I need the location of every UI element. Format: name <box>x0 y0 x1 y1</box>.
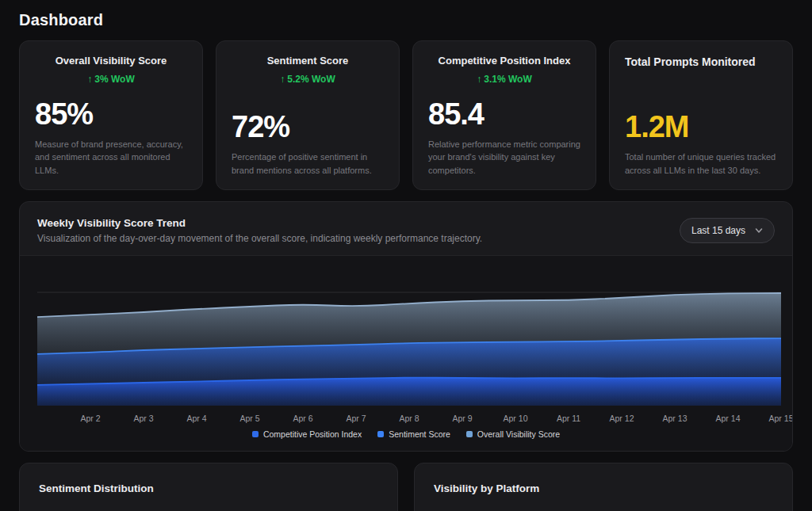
stat-value: 72% <box>232 112 384 142</box>
up-arrow-icon: ↑ <box>280 74 285 85</box>
bottom-cards-row: Sentiment Distribution Visibility by Pla… <box>19 463 793 511</box>
dashboard-page: Dashboard Overall Visibility Score ↑3% W… <box>0 0 812 511</box>
stat-card-competitive-position: Competitive Position Index ↑3.1% WoW 85.… <box>412 40 596 190</box>
stat-card-overall-visibility: Overall Visibility Score ↑3% WoW 85% Mea… <box>19 40 203 190</box>
chart-subtitle: Visualization of the day-over-day moveme… <box>37 233 482 244</box>
stat-value: 85% <box>35 99 187 129</box>
stat-title: Total Prompts Monitored <box>625 55 777 69</box>
legend-item-overall-visibility-score[interactable]: Overall Visibility Score <box>466 429 560 439</box>
date-range-label: Last 15 days <box>691 225 745 236</box>
legend-label: Sentiment Score <box>389 429 450 439</box>
card-title: Sentiment Distribution <box>39 482 378 494</box>
card-title: Visibility by Platform <box>434 482 773 494</box>
chart-plot-area: Apr 2Apr 3Apr 4Apr 5Apr 6Apr 7Apr 8Apr 9… <box>20 255 792 451</box>
legend-item-competitive-position-index[interactable]: Competitive Position Index <box>252 429 362 439</box>
legend-swatch-icon <box>252 431 259 437</box>
plot-wrap <box>20 256 792 407</box>
x-tick-label: Apr 14 <box>716 414 741 423</box>
chart-header: Weekly Visibility Score Trend Visualizat… <box>20 202 792 255</box>
stat-title: Competitive Position Index <box>428 55 580 68</box>
stat-description: Percentage of positive sentiment in bran… <box>232 151 384 177</box>
legend-swatch-icon <box>377 431 384 437</box>
stat-description: Total number of unique queries tracked a… <box>625 151 777 177</box>
x-tick-label: Apr 6 <box>293 414 312 423</box>
chart-legend: Competitive Position IndexSentiment Scor… <box>20 428 792 451</box>
page-title: Dashboard <box>19 11 793 29</box>
stat-title: Sentiment Score <box>232 55 384 68</box>
x-tick-label: Apr 15 <box>769 414 793 423</box>
legend-label: Overall Visibility Score <box>477 429 560 439</box>
sentiment-distribution-card: Sentiment Distribution <box>19 463 398 511</box>
wow-change-label: 3.1% WoW <box>484 74 531 85</box>
up-arrow-icon: ↑ <box>87 74 92 85</box>
stat-value: 1.2M <box>625 112 777 142</box>
x-tick-label: Apr 8 <box>399 414 419 423</box>
trend-chart-svg[interactable] <box>37 261 781 407</box>
stat-card-sentiment-score: Sentiment Score ↑5.2% WoW 72% Percentage… <box>216 40 400 190</box>
wow-change-label: 3% WoW <box>94 74 134 85</box>
x-tick-label: Apr 3 <box>133 414 153 423</box>
x-tick-label: Apr 7 <box>346 414 366 423</box>
wow-change: ↑3% WoW <box>35 74 187 85</box>
legend-swatch-icon <box>466 431 473 437</box>
x-tick-label: Apr 9 <box>452 414 472 423</box>
x-tick-label: Apr 13 <box>663 414 688 423</box>
weekly-trend-card: Weekly Visibility Score Trend Visualizat… <box>19 201 793 452</box>
chart-header-text: Weekly Visibility Score Trend Visualizat… <box>37 217 482 244</box>
x-tick-label: Apr 10 <box>504 414 528 423</box>
chevron-down-icon <box>755 227 763 235</box>
wow-change: ↑3.1% WoW <box>428 74 580 85</box>
stat-card-total-prompts: Total Prompts Monitored 1.2M Total numbe… <box>609 40 793 190</box>
x-tick-label: Apr 4 <box>186 414 206 423</box>
wow-change: ↑5.2% WoW <box>232 74 384 85</box>
x-axis-labels: Apr 2Apr 3Apr 4Apr 5Apr 6Apr 7Apr 8Apr 9… <box>37 407 781 428</box>
legend-label: Competitive Position Index <box>263 429 362 439</box>
series-group <box>37 293 781 406</box>
stat-value: 85.4 <box>428 99 580 129</box>
visibility-by-platform-card: Visibility by Platform <box>414 463 793 511</box>
stat-title: Overall Visibility Score <box>35 55 187 68</box>
chart-title: Weekly Visibility Score Trend <box>37 217 482 229</box>
x-tick-label: Apr 5 <box>239 414 259 423</box>
legend-item-sentiment-score[interactable]: Sentiment Score <box>377 429 450 439</box>
stat-description: Measure of brand presence, accuracy, and… <box>35 138 187 177</box>
date-range-dropdown[interactable]: Last 15 days <box>680 218 775 243</box>
wow-change-label: 5.2% WoW <box>287 74 335 85</box>
stat-description: Relative performance metric comparing yo… <box>428 138 580 177</box>
x-tick-label: Apr 12 <box>610 414 634 423</box>
up-arrow-icon: ↑ <box>477 74 481 85</box>
x-tick-label: Apr 11 <box>557 414 580 423</box>
x-tick-label: Apr 2 <box>80 414 100 423</box>
stat-cards-row: Overall Visibility Score ↑3% WoW 85% Mea… <box>19 40 793 190</box>
